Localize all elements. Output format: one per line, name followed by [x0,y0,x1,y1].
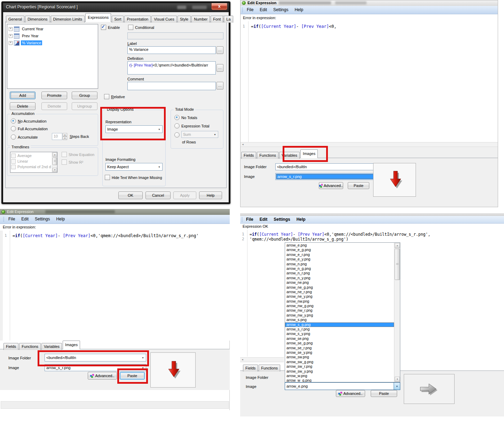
list-item-arrow-s-y-png[interactable]: arrow_s_y.png [285,332,394,336]
advanced-button[interactable]: Advanced.. [336,390,365,397]
menu-settings[interactable]: Settings [32,216,53,223]
expand-icon[interactable]: + [9,34,13,38]
tab-general[interactable]: General [6,16,24,23]
list-item-arrow-w-png[interactable]: arrow_w.png [285,374,394,378]
trendlines-scrollbar[interactable]: ▲ ▼ [52,152,57,172]
tree-item-prev-year[interactable]: +Prev Year [7,32,98,39]
tab-visual-cues[interactable]: Visual Cues [151,16,177,23]
show-r2-checkbox[interactable]: Show R² [62,159,83,165]
image-formatting-combobox[interactable]: Keep Aspect ▼ [105,163,163,171]
ungroup-button[interactable]: Ungroup [72,102,97,110]
representation-combobox[interactable]: Image ▼ [105,125,163,133]
label-input[interactable]: % Variance [127,46,216,54]
checkbox-icon[interactable] [101,25,106,30]
dropdown-arrow-icon[interactable]: ▼ [140,354,146,361]
list-item-arrow-n-r-png[interactable]: arrow_n_r.png [285,271,394,275]
ok-button[interactable]: OK [118,192,143,199]
list-item-arrow-nw-r-png[interactable]: arrow_nw_r.png [285,308,394,313]
radio-icon[interactable] [174,132,180,138]
checkbox-icon[interactable] [62,159,67,165]
expand-icon[interactable]: + [9,27,13,31]
radio-expression-total[interactable]: Expression Total [174,123,210,128]
tab-images[interactable]: Images [300,149,318,158]
scroll-up-icon[interactable]: ▲ [53,153,57,157]
expand-icon[interactable]: + [9,41,13,45]
list-item-arrow-s-png[interactable]: arrow_s.png [285,318,394,322]
list-item-arrow-s-r-png[interactable]: arrow_s_r.png [285,327,394,332]
menu-help[interactable]: Help [293,216,309,223]
list-item-arrow-sw-g-png[interactable]: arrow_sw_g.png [285,360,394,364]
aggregate-combobox[interactable]: Sum ▼ [181,131,218,138]
tree-item-variance[interactable]: +% Variance [7,39,98,46]
menu-edit[interactable]: Edit [257,216,271,223]
tab-dimensions[interactable]: Dimensions [25,16,50,23]
conditional-input[interactable] [127,32,223,39]
scroll-down-icon[interactable]: ▼ [53,168,57,172]
radio-icon[interactable] [174,123,180,128]
menu-settings[interactable]: Settings [270,216,293,223]
list-item-arrow-s-g-png[interactable]: arrow_s_g.png [285,322,394,327]
tab-la[interactable]: La [224,16,233,23]
dropdown-arrow-icon[interactable]: ▼ [156,163,162,170]
list-item-arrow-e-r-png[interactable]: arrow_e_r.png [285,252,394,257]
list-item-arrow-e-g-png[interactable]: arrow_e_g.png [285,248,394,252]
tree-item-current-year[interactable]: +Current Year [7,25,98,32]
list-item-arrow-nw-png[interactable]: arrow_nw.png [285,299,394,304]
title-bar[interactable]: Chart Properties [Regional Scorecard ] [3,3,229,12]
menu-help[interactable]: Help [53,216,68,223]
menu-file[interactable]: File [243,216,257,223]
trendlines-list[interactable]: AverageLinearPolynomial of 2nd d ▲ ▼ [10,152,57,173]
tab-expressions[interactable]: Expressions [85,13,111,22]
list-item-arrow-se-r-png[interactable]: arrow_se_r.png [285,346,394,350]
radio-full-accumulation[interactable]: Full Accumulation [11,126,48,131]
list-item-arrow-se-y-png[interactable]: arrow_se_y.png [285,350,394,355]
steps-back-input[interactable]: 10 [52,133,62,140]
title-bar[interactable]: Edit Expression [241,0,498,6]
list-item-arrow-nw-y-png[interactable]: arrow_nw_y.png [285,313,394,318]
demote-button[interactable]: Demote [41,102,67,110]
tab-fields[interactable]: Fields [3,343,18,350]
expression-editor[interactable]: 1 =if([Current Year]- [Prev Year]<0,'qme… [0,231,230,341]
list-item-arrow-n-y-png[interactable]: arrow_n_y.png [285,276,394,280]
show-equation-checkbox[interactable]: Show Equation [62,152,94,157]
trendline-option-linear[interactable]: Linear [11,158,57,164]
enable-checkbox[interactable]: Enable [101,25,120,30]
advanced-button[interactable]: Advanced.. [319,182,343,189]
tab-functions[interactable]: Functions [259,365,280,372]
checkbox-icon[interactable] [104,94,109,99]
title-bar[interactable]: Edit Expression [0,209,230,215]
list-item-arrow-e-png[interactable]: arrow_e.png [285,243,394,248]
paste-button[interactable]: Paste [348,182,369,189]
list-item-arrow-se-png[interactable]: arrow_se.png [285,336,394,341]
menu-edit[interactable]: Edit [18,216,32,223]
expression-editor[interactable]: 1 =if([Current Year]- [Prev Year]<0, [241,21,498,142]
menu-settings[interactable]: Settings [270,6,291,13]
add-button[interactable]: Add [10,92,36,99]
paste-button[interactable]: Paste [371,390,397,397]
horizontal-scrollbar[interactable]: ◄ [240,357,284,362]
image-dropdown-list[interactable]: arrow_e.pngarrow_e_g.pngarrow_e_r.pngarr… [285,242,400,382]
relative-checkbox[interactable]: Relative [104,94,125,99]
tab-functions[interactable]: Functions [257,152,278,159]
list-item-arrow-sw-r-png[interactable]: arrow_sw_r.png [285,364,394,369]
definition-input[interactable]: r]- [Prev Year]<0,'qmem://<bundled>/Buil… [127,61,216,75]
promote-button[interactable]: Promote [41,92,67,99]
image-combobox[interactable]: arrow_e.png ▼ [285,382,400,390]
radio-icon[interactable] [11,118,16,124]
tab-style[interactable]: Style [178,16,191,23]
horizontal-scrollbar[interactable]: ◄ [241,142,498,147]
radio-icon[interactable] [11,126,16,131]
scrollbar-thumb[interactable] [53,157,57,165]
menu-file[interactable]: File [244,6,257,13]
trendline-option-average[interactable]: Average [11,153,57,158]
comment-input[interactable] [127,82,216,90]
radio-no-accumulation[interactable]: No Accumulation [11,118,47,124]
checkbox-icon[interactable] [128,25,133,30]
checkbox-icon[interactable] [11,159,16,164]
dropdown-arrow-icon[interactable]: ▼ [140,365,146,371]
scroll-left-icon[interactable]: ◄ [241,358,244,361]
dropdown-arrow-icon[interactable]: ▼ [212,131,218,138]
spinner-down-icon[interactable]: ▼ [63,136,67,140]
paste-button[interactable]: Paste [120,372,145,380]
tab-font[interactable]: Font [211,16,223,23]
